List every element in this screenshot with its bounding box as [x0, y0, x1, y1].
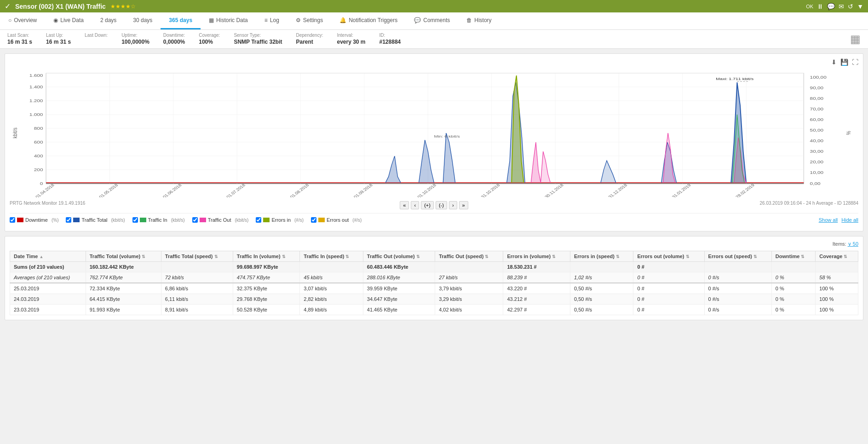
- svg-text:01.07.2018: 01.07.2018: [225, 183, 246, 197]
- sort-icon-ei-spd: ⇅: [616, 254, 620, 259]
- traffic-out-unit: (kbit/s): [235, 218, 248, 223]
- traffic-in-label: Traffic In: [148, 217, 167, 223]
- traffic-total-color: [73, 218, 80, 222]
- sort-icon-ti-vol: ⇅: [282, 254, 286, 259]
- errors-in-color: [263, 218, 270, 222]
- tab-overview[interactable]: ○ Overview: [0, 12, 45, 29]
- refresh-icon[interactable]: ↺: [848, 3, 853, 10]
- errors-out-unit: (#/s): [352, 218, 362, 223]
- pause-icon[interactable]: ⏸: [817, 3, 823, 10]
- dropdown-icon[interactable]: ▼: [857, 3, 863, 10]
- sort-icon-tt-spd: ⇅: [214, 254, 218, 259]
- svg-text:10,00: 10,00: [810, 170, 824, 174]
- download-button[interactable]: ⬇: [831, 58, 837, 66]
- sums-tt-vol: 160.182.442 KByte: [86, 262, 161, 272]
- svg-text:Maxi: 1.711 kbit/s: Maxi: 1.711 kbit/s: [716, 77, 753, 81]
- svg-text:0,00: 0,00: [810, 181, 821, 185]
- svg-text:Min: 6 kbit/s: Min: 6 kbit/s: [434, 134, 460, 138]
- svg-text:200: 200: [34, 167, 43, 172]
- avg-downtime: 0 %: [771, 272, 816, 283]
- col-ei-spd[interactable]: Errors in (speed) ⇅: [570, 251, 633, 262]
- svg-text:01.10.2018: 01.10.2018: [416, 183, 437, 197]
- chart-footer-right: 26.03.2019 09:16:04 - 24 h Average - ID …: [760, 201, 858, 206]
- traffic-out-checkbox[interactable]: [192, 217, 198, 223]
- col-eo-spd[interactable]: Errors out (speed) ⇅: [704, 251, 771, 262]
- checkmark-icon: ✓: [5, 2, 11, 11]
- col-datetime[interactable]: Date Time ▲: [10, 251, 86, 262]
- dependency-info: Dependency: Parent: [296, 33, 323, 46]
- errors-out-checkbox[interactable]: [311, 217, 316, 223]
- sort-icon-ei-vol: ⇅: [552, 254, 556, 259]
- table-row: 24.03.2019 64.415 KByte 6,11 kbit/s 29.7…: [10, 294, 858, 305]
- avg-to-spd: 27 kbit/s: [435, 272, 503, 283]
- svg-text:100,00: 100,00: [810, 75, 827, 79]
- col-ei-vol[interactable]: Errors in (volume) ⇅: [503, 251, 570, 262]
- row-coverage-1: 100 %: [816, 294, 858, 305]
- svg-text:40,00: 40,00: [810, 138, 824, 143]
- row-ti-spd-0: 3,07 kbit/s: [300, 283, 363, 294]
- downtime-checkbox[interactable]: [10, 217, 15, 223]
- traffic-out-label: Traffic Out: [208, 217, 231, 223]
- tab-log[interactable]: ≡ Log: [256, 12, 287, 29]
- errors-in-label: Errors in: [271, 217, 291, 223]
- svg-text:30.11.2018: 30.11.2018: [544, 183, 564, 197]
- errors-in-checkbox[interactable]: [256, 217, 261, 223]
- row-ti-spd-1: 2,82 kbit/s: [300, 294, 363, 305]
- tab-history[interactable]: 🗑 History: [458, 12, 500, 29]
- col-downtime[interactable]: Downtime ⇅: [771, 251, 816, 262]
- svg-text:01.05.2018: 01.05.2018: [98, 183, 119, 197]
- hide-all-link[interactable]: Hide all: [841, 217, 858, 223]
- legend-traffic-total: Traffic Total (kbit/s): [66, 217, 125, 223]
- sums-eo-spd: [704, 262, 771, 272]
- history-icon: 🗑: [466, 17, 472, 23]
- show-all-link[interactable]: Show all: [819, 217, 838, 223]
- row-date-1: 24.03.2019: [10, 294, 86, 305]
- col-tt-vol[interactable]: Traffic Total (volume) ⇅: [86, 251, 161, 262]
- tab-historic-data[interactable]: ▦ Historic Data: [201, 12, 256, 29]
- star-rating[interactable]: ★★★★☆: [110, 3, 136, 10]
- avg-tt-spd: 72 kbit/s: [161, 272, 233, 283]
- info-bar: Last Scan: 16 m 31 s Last Up: 16 m 31 s …: [0, 30, 868, 49]
- coverage-info: Coverage: 100%: [199, 33, 220, 46]
- col-ti-spd[interactable]: Traffic In (speed) ⇅: [300, 251, 363, 262]
- traffic-in-checkbox[interactable]: [132, 217, 138, 223]
- svg-text:50,00: 50,00: [810, 127, 824, 132]
- col-to-vol[interactable]: Traffic Out (volume) ⇅: [363, 251, 435, 262]
- save-button[interactable]: 💾: [840, 58, 848, 66]
- downtime-info: Downtime: 0,0000%: [163, 33, 185, 46]
- tab-settings[interactable]: ⚙ Settings: [287, 12, 331, 29]
- tab-2days[interactable]: 2 days: [92, 12, 125, 29]
- row-ti-vol-0: 32.375 KByte: [233, 283, 299, 294]
- traffic-in-unit: (kbit/s): [171, 218, 185, 223]
- col-ti-vol[interactable]: Traffic In (volume) ⇅: [233, 251, 299, 262]
- chat-icon[interactable]: 💬: [827, 3, 835, 10]
- expand-button[interactable]: ⛶: [852, 58, 858, 66]
- errors-out-color: [318, 218, 325, 222]
- tab-30days[interactable]: 30 days: [125, 12, 161, 29]
- legend-traffic-in: Traffic In (kbit/s): [132, 217, 185, 223]
- col-tt-spd[interactable]: Traffic Total (speed) ⇅: [161, 251, 233, 262]
- col-coverage[interactable]: Coverage ⇅: [816, 251, 858, 262]
- svg-text:70,00: 70,00: [810, 106, 824, 111]
- row-tt-vol-1: 64.415 KByte: [86, 294, 161, 305]
- row-to-vol-2: 41.465 KByte: [363, 305, 435, 315]
- table-row: 25.03.2019 72.334 KByte 6,86 kbit/s 32.3…: [10, 283, 858, 294]
- tab-live-data[interactable]: ◉ Live Data: [45, 12, 92, 29]
- sensor-type-info: Sensor Type: SNMP Traffic 32bit: [234, 33, 282, 46]
- items-value[interactable]: ∨ 50: [848, 241, 858, 247]
- row-ti-vol-2: 50.528 KByte: [233, 305, 299, 315]
- tab-365days[interactable]: 365 days: [161, 12, 201, 29]
- tab-comments[interactable]: 💬 Comments: [406, 12, 458, 29]
- svg-text:90,00: 90,00: [810, 85, 824, 90]
- mail-icon[interactable]: ✉: [839, 3, 844, 10]
- sums-eo-vol: 0 #: [633, 262, 704, 272]
- tab-notification-triggers[interactable]: 🔔 Notification Triggers: [331, 12, 406, 29]
- historic-icon: ▦: [209, 17, 214, 23]
- svg-text:kbit/s: kbit/s: [11, 127, 18, 138]
- comment-icon: 💬: [414, 17, 421, 23]
- col-to-spd[interactable]: Traffic Out (speed) ⇅: [435, 251, 503, 262]
- col-eo-vol[interactable]: Errors out (volume) ⇅: [633, 251, 704, 262]
- avg-ti-spd: 45 kbit/s: [300, 272, 363, 283]
- svg-text:20,00: 20,00: [810, 159, 824, 164]
- traffic-total-checkbox[interactable]: [66, 217, 71, 223]
